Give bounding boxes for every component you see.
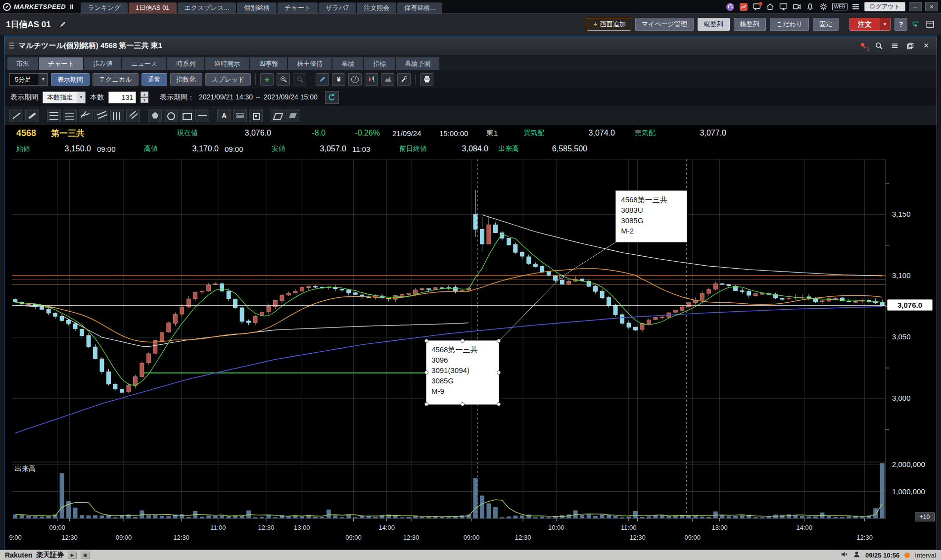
web-badge[interactable]: WEB bbox=[832, 3, 847, 10]
window-close-icon[interactable]: × bbox=[921, 41, 932, 51]
window-restore-icon[interactable] bbox=[905, 41, 916, 51]
horizontal-align-button[interactable]: 横整列 bbox=[734, 18, 766, 31]
pen-tool[interactable] bbox=[25, 109, 39, 122]
notifications-icon[interactable] bbox=[752, 2, 762, 12]
zoom-in-button[interactable] bbox=[277, 73, 290, 86]
zoom-out-button[interactable] bbox=[293, 73, 306, 86]
window-grip-icon[interactable] bbox=[9, 43, 14, 49]
timeframe-dropdown-arrow-icon[interactable]: ▼ bbox=[39, 74, 47, 85]
vertical-align-button[interactable]: 縦整列 bbox=[698, 18, 730, 31]
technical-button[interactable]: テクニカル bbox=[93, 73, 139, 86]
spread-button[interactable]: スプレッド bbox=[205, 73, 251, 86]
menu-icon[interactable] bbox=[851, 2, 861, 12]
top-tab-7[interactable]: 保有銘柄... bbox=[397, 2, 442, 13]
trend-line-tool[interactable] bbox=[9, 109, 23, 122]
selection-handle[interactable] bbox=[461, 339, 465, 343]
window-tab-6[interactable]: 四季報 bbox=[250, 57, 287, 70]
top-tab-3[interactable]: 個別銘柄 bbox=[237, 2, 277, 13]
top-tab-1[interactable]: 1日信AS 01 bbox=[129, 2, 177, 13]
feedback-icon[interactable] bbox=[911, 19, 921, 29]
help-button[interactable]: ? bbox=[894, 18, 907, 31]
rectangle-tool[interactable] bbox=[180, 109, 193, 122]
window-tab-3[interactable]: ニュース bbox=[122, 57, 166, 70]
trade-annotation-box-0[interactable]: 4568第一三共3083U3085GM-2 bbox=[615, 190, 687, 242]
top-tab-2[interactable]: エクスプレス... bbox=[178, 2, 236, 13]
clear-all-tool[interactable] bbox=[286, 109, 300, 122]
app-minimize-button[interactable]: – bbox=[909, 2, 922, 11]
text-tool[interactable]: A bbox=[217, 109, 231, 122]
index-button[interactable]: 指数化 bbox=[170, 73, 202, 86]
screen-share-icon[interactable] bbox=[779, 2, 789, 12]
window-tab-0[interactable]: 市況 bbox=[7, 57, 38, 70]
display-period-button[interactable]: 表示期間 bbox=[51, 73, 90, 86]
multi-hline-tool[interactable] bbox=[47, 109, 61, 122]
gear-icon[interactable] bbox=[819, 2, 829, 12]
window-tab-4[interactable]: 時系列 bbox=[167, 57, 204, 70]
add-indicator-button[interactable]: ＋ bbox=[260, 73, 274, 86]
window-tab-5[interactable]: 適時開示 bbox=[205, 57, 249, 70]
fan-line-tool[interactable] bbox=[79, 109, 93, 122]
order-dropdown-arrow-icon[interactable]: ▼ bbox=[880, 18, 890, 30]
draw-pencil-button[interactable] bbox=[316, 73, 329, 86]
window-titlebar[interactable]: マルチツール(個別銘柄) 4568 第一三共 東1 1 × bbox=[4, 36, 937, 56]
window-tab-10[interactable]: 業績予測 bbox=[396, 57, 439, 70]
print-button[interactable] bbox=[420, 73, 433, 86]
channel-tool[interactable] bbox=[94, 109, 108, 122]
parallel-line-tool[interactable] bbox=[126, 109, 140, 122]
window-tab-1[interactable]: チャート bbox=[39, 57, 83, 70]
count-step-up-button[interactable]: ▲ bbox=[141, 92, 148, 97]
chart-app-icon[interactable] bbox=[739, 2, 749, 12]
ellipse-tool[interactable] bbox=[164, 109, 178, 122]
logout-button[interactable]: ログアウト bbox=[864, 2, 905, 11]
window-tab-2[interactable]: 歩み値 bbox=[84, 57, 121, 70]
extend-bars-button[interactable]: +10 bbox=[915, 513, 935, 521]
trade-annotation-box-1[interactable]: 4568第一三共30963091(3094)3085GM-9 bbox=[426, 340, 499, 405]
area-style-button[interactable] bbox=[381, 73, 394, 86]
pin-icon[interactable]: 1 bbox=[857, 41, 868, 51]
stamp-tool[interactable] bbox=[249, 109, 263, 122]
info-button[interactable]: i bbox=[348, 73, 362, 86]
vertical-grid-tool[interactable] bbox=[110, 109, 124, 122]
price-tool-button[interactable]: ¥ bbox=[332, 73, 345, 86]
edit-workspace-pencil-icon[interactable] bbox=[58, 19, 68, 29]
support-icon[interactable] bbox=[725, 2, 735, 12]
top-tab-4[interactable]: チャート bbox=[278, 2, 318, 13]
icon-stamp-tool[interactable]: icon bbox=[233, 109, 247, 122]
horizontal-line-tool[interactable] bbox=[195, 109, 209, 122]
status-expand-button[interactable]: ▶ bbox=[68, 552, 77, 559]
selection-handle[interactable] bbox=[424, 371, 428, 374]
fix-button[interactable]: 固定 bbox=[813, 18, 839, 31]
add-screen-button[interactable]: ＋画面追加 bbox=[587, 18, 631, 31]
window-menu-icon[interactable] bbox=[889, 41, 900, 51]
mypage-manage-button[interactable]: マイページ管理 bbox=[635, 18, 694, 31]
top-tab-5[interactable]: ザラバ7 bbox=[319, 2, 356, 13]
status-panel-button[interactable]: ▣ bbox=[81, 552, 90, 559]
window-tab-9[interactable]: 指標 bbox=[364, 57, 395, 70]
user-icon[interactable] bbox=[853, 551, 860, 560]
bar-count-input[interactable] bbox=[108, 92, 136, 103]
count-step-down-button[interactable]: ▼ bbox=[141, 97, 148, 103]
period-mode-select[interactable]: 本数指定▼ bbox=[43, 92, 86, 103]
order-button[interactable]: 注文▼ bbox=[849, 18, 891, 31]
selection-handle[interactable] bbox=[424, 339, 428, 343]
timeframe-select[interactable]: 5分足▼ bbox=[9, 73, 48, 86]
period-mode-dropdown-arrow-icon[interactable]: ▼ bbox=[77, 92, 85, 103]
hatch-tool[interactable] bbox=[63, 109, 77, 122]
speaker-icon[interactable] bbox=[841, 551, 848, 560]
chart-region[interactable]: 3,1503,1003,0503,0002,000,0001,000,00009… bbox=[4, 157, 937, 549]
kodawari-button[interactable]: こだわり bbox=[770, 18, 809, 31]
home-icon[interactable] bbox=[765, 2, 775, 12]
media-icon[interactable] bbox=[792, 2, 802, 12]
candle-style-button[interactable] bbox=[365, 73, 378, 86]
window-tab-7[interactable]: 株主優待 bbox=[288, 57, 331, 70]
top-tab-6[interactable]: 注文照会 bbox=[357, 2, 396, 13]
app-close-button[interactable]: × bbox=[925, 2, 938, 11]
search-icon[interactable] bbox=[873, 41, 884, 51]
window-tab-8[interactable]: 業績 bbox=[332, 57, 363, 70]
panel-layout-icon[interactable] bbox=[925, 19, 935, 29]
pentagon-tool[interactable] bbox=[148, 109, 162, 122]
reset-period-button[interactable] bbox=[325, 91, 339, 104]
normal-button[interactable]: 通常 bbox=[141, 73, 167, 86]
settings-wrench-button[interactable] bbox=[397, 73, 411, 86]
eraser-tool[interactable] bbox=[271, 109, 284, 122]
